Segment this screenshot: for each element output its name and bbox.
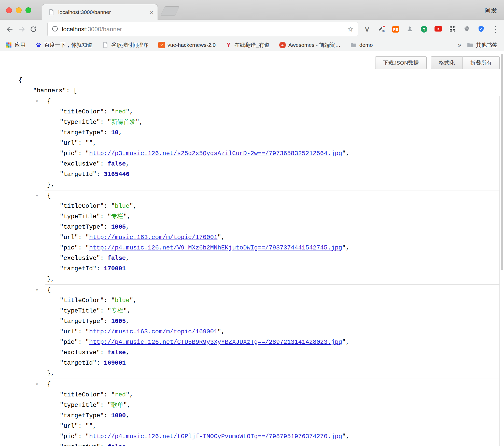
bookmarks-overflow-chevron[interactable]: » <box>458 41 461 49</box>
json-key: "exclusive" <box>60 349 100 356</box>
folder-icon <box>350 42 357 48</box>
navigation-bar: localhost:3000/banner ☆ VenFET ⋮ <box>0 20 504 39</box>
json-string: 专栏 <box>111 213 123 220</box>
bookmark-label: Awesomes - 前端资… <box>288 41 341 49</box>
json-line: "targetType": 1005, <box>45 316 499 326</box>
reload-button[interactable] <box>27 23 39 35</box>
collapse-toggle-icon[interactable]: ▼ <box>36 285 38 295</box>
json-key: "exclusive" <box>60 160 100 167</box>
json-url-link[interactable]: http://p4.music.126.net/CTU5B9R9y3XyYBZX… <box>89 339 342 346</box>
window-titlebar: localhost:3000/banner × 阿发 <box>0 0 504 20</box>
json-key: "pic" <box>60 433 78 440</box>
url-path: :3000/banner <box>86 26 122 33</box>
json-key: "exclusive" <box>60 255 100 262</box>
tab-close-button[interactable]: × <box>150 9 153 16</box>
extension-button[interactable]: V <box>360 20 374 39</box>
bookmark-item[interactable]: Y在线翻译_有道 <box>225 41 270 49</box>
forward-button[interactable] <box>16 23 27 35</box>
extension-button[interactable] <box>460 20 474 39</box>
collapse-toggle-icon[interactable]: ▼ <box>36 191 38 201</box>
bookmark-item[interactable]: 谷歌按时间排序 <box>102 41 149 49</box>
json-line: ▼{ <box>45 379 499 390</box>
json-line: "pic": "http://p3.music.126.net/s25q2x5Q… <box>45 148 499 159</box>
format-button[interactable]: 格式化 <box>431 56 463 69</box>
window-controls <box>6 7 31 13</box>
bookmark-item[interactable]: demo <box>350 42 373 48</box>
url-text[interactable]: localhost:3000/banner <box>62 26 347 33</box>
extension-button[interactable] <box>445 20 460 39</box>
bookmarks-list: 应用百度一下，你就知道谷歌按时间排序Vvue-hackernews-2.0Y在线… <box>6 41 382 49</box>
json-number: 1000 <box>111 412 126 419</box>
other-bookmarks-folder[interactable]: 其他书签 <box>467 41 497 49</box>
minimize-window-button[interactable] <box>16 7 22 13</box>
page-info-icon[interactable] <box>52 25 58 33</box>
json-line: "pic": "http://p4.music.126.net/tGPljf-I… <box>45 431 499 442</box>
folder-icon <box>467 42 473 48</box>
json-line: ▼{ <box>45 190 499 201</box>
extension-button[interactable]: T <box>417 20 431 39</box>
extension-button[interactable]: FE <box>388 20 403 39</box>
json-line: "targetId": 169001 <box>45 358 499 368</box>
json-line: "url": "http://music.163.com/m/topic/169… <box>45 326 499 337</box>
json-line: }, <box>45 180 499 190</box>
other-bookmarks-label: 其他书签 <box>476 41 497 49</box>
json-line: "url": "", <box>45 421 499 431</box>
paw-icon <box>464 26 470 33</box>
json-url-link[interactable]: http://p4.music.126.net/V9-MXz6b2MNhEKju… <box>89 244 342 251</box>
collapse-toggle-icon[interactable]: ▼ <box>36 379 38 390</box>
json-url-link[interactable]: http://p3.music.126.net/s25q2x5QyqsAzilC… <box>89 150 342 157</box>
qrcode-icon <box>450 26 456 33</box>
json-object: ▼{"titleColor": "red","typeTitle": "歌单",… <box>45 379 500 446</box>
bookmark-item[interactable]: AAwesomes - 前端资… <box>279 41 341 49</box>
profile-name[interactable]: 阿发 <box>485 6 497 14</box>
collapse-toggle-icon[interactable]: ▼ <box>36 96 38 107</box>
json-line: "targetId": 170001 <box>45 263 499 274</box>
vertical-scrollbar[interactable] <box>501 54 503 270</box>
extension-button[interactable]: en <box>374 20 388 39</box>
back-button[interactable] <box>4 23 16 35</box>
json-line: ▼{ <box>45 285 499 295</box>
json-key: "targetType" <box>60 318 104 325</box>
json-key: "targetId" <box>60 360 96 366</box>
awesomes-icon: A <box>279 42 286 48</box>
json-line: "targetType": 10, <box>45 127 499 138</box>
bookmark-star-icon[interactable]: ☆ <box>347 25 354 34</box>
json-url-link[interactable]: http://p4.music.126.net/tGPljf-IMOCyPvum… <box>89 433 342 440</box>
json-number: 10 <box>111 129 119 136</box>
json-key: "titleColor" <box>60 391 104 398</box>
json-line: ▼"banners": [ <box>0 85 504 96</box>
json-number: 1005 <box>111 224 126 230</box>
json-url-link[interactable]: http://music.163.com/m/topic/169001 <box>89 328 217 335</box>
json-line: "exclusive": false, <box>45 347 499 358</box>
close-window-button[interactable] <box>6 7 12 13</box>
extension-button[interactable] <box>431 20 445 39</box>
bookmark-item[interactable]: 百度一下，你就知道 <box>35 41 92 49</box>
extension-button[interactable] <box>474 20 488 39</box>
collapse-all-button[interactable]: 折叠所有 <box>463 56 500 69</box>
blue-shield-check-icon <box>478 25 484 33</box>
json-boolean: false <box>107 349 126 356</box>
json-url-link[interactable]: http://music.163.com/m/topic/170001 <box>89 234 217 241</box>
json-line: "titleColor": "blue", <box>45 295 499 306</box>
bookmark-item[interactable]: 应用 <box>6 41 25 49</box>
new-tab-button[interactable] <box>160 6 179 16</box>
json-key: "pic" <box>60 150 78 157</box>
extension-button[interactable] <box>403 20 417 39</box>
zoom-window-button[interactable] <box>25 7 31 13</box>
bookmark-item[interactable]: Vvue-hackernews-2.0 <box>158 42 216 48</box>
bookmark-label: 谷歌按时间排序 <box>111 41 149 49</box>
download-json-button[interactable]: 下载JSON数据 <box>375 56 427 69</box>
json-string: red <box>115 391 126 398</box>
json-key: "url" <box>60 140 78 146</box>
json-key: "url" <box>60 234 78 241</box>
json-key: "pic" <box>60 244 78 251</box>
json-line: "exclusive": false <box>45 442 499 446</box>
address-bar[interactable]: localhost:3000/banner ☆ <box>47 22 358 36</box>
browser-tab[interactable]: localhost:3000/banner × <box>42 4 158 20</box>
json-key: "targetType" <box>60 412 104 419</box>
overflow-menu-icon: ⋮ <box>491 25 499 33</box>
json-actions: 下载JSON数据 格式化 折叠所有 <box>375 56 500 69</box>
json-line: "titleColor": "blue", <box>45 201 499 211</box>
json-line: }, <box>45 368 499 379</box>
browser-menu-button[interactable]: ⋮ <box>488 20 502 39</box>
